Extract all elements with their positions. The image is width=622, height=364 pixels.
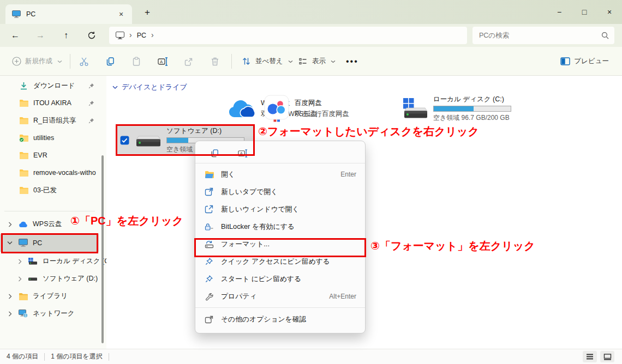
drive-icon: [28, 276, 38, 282]
chevron-right-icon[interactable]: [5, 222, 14, 227]
paste-button[interactable]: [127, 52, 146, 71]
search-icon: [601, 32, 609, 39]
up-button[interactable]: ↑: [57, 27, 75, 44]
menu-item-properties[interactable]: プロパティ Alt+Enter: [195, 288, 365, 305]
cut-button[interactable]: [74, 52, 94, 71]
sort-button-label: 並べ替え: [255, 57, 283, 66]
context-menu-quick-actions: A: [195, 143, 365, 163]
wrench-icon: [204, 293, 214, 301]
search-input[interactable]: [478, 31, 601, 40]
preview-pane-icon: [560, 57, 570, 65]
minimize-button[interactable]: −: [547, 0, 572, 24]
share-icon: [183, 56, 194, 67]
drive-tile-baidu[interactable]: 百度网盘 双击运行百度网盘: [264, 93, 397, 124]
new-button[interactable]: 新規作成: [8, 52, 67, 71]
menu-item-open-new-tab[interactable]: 新しいタブで開く: [195, 183, 365, 201]
new-tab-button[interactable]: +: [141, 6, 154, 19]
cut-icon: [79, 56, 89, 67]
forward-button[interactable]: →: [31, 27, 50, 44]
rename-button[interactable]: A: [234, 145, 252, 161]
details-view-button[interactable]: [583, 351, 597, 362]
explorer-tab[interactable]: PC ×: [5, 4, 132, 24]
sidebar-item-pc[interactable]: PC: [0, 234, 99, 252]
pin-icon: [88, 100, 94, 106]
folder-icon: [19, 151, 28, 159]
windows-drive-icon: [401, 97, 428, 120]
preview-button-label: プレビュー: [574, 57, 609, 66]
chevron-right-icon[interactable]: [15, 259, 24, 264]
menu-item-format[interactable]: フォーマット...: [195, 235, 365, 253]
sidebar-divider: [4, 211, 95, 211]
folder-icon: [19, 186, 28, 194]
large-icons-view-button[interactable]: [600, 351, 614, 362]
pin-icon: [204, 258, 214, 265]
menu-item-pin-start[interactable]: スタート にピン留めする: [195, 270, 365, 288]
cloud-icon: [18, 221, 28, 228]
maximize-button[interactable]: □: [572, 0, 597, 24]
drive-tile-c[interactable]: ローカル ディスク (C:) 空き領域 96.7 GB/200 GB: [401, 93, 548, 124]
chevron-down-icon[interactable]: [5, 241, 14, 245]
baidu-netdisk-icon: [264, 95, 290, 122]
menu-item-bitlocker[interactable]: BitLocker を有効にする: [195, 218, 365, 235]
menu-item-more-options[interactable]: その他のオプションを確認: [195, 310, 365, 329]
copy-button[interactable]: [205, 145, 224, 161]
breadcrumb-pc[interactable]: PC: [137, 32, 146, 39]
rename-icon: A: [237, 148, 248, 159]
format-drive-icon: [204, 240, 214, 248]
more-options-button[interactable]: •••: [342, 52, 363, 71]
chevron-down-icon: [288, 60, 293, 63]
paste-icon: [131, 56, 142, 67]
trash-icon: [210, 56, 220, 67]
more-options-icon: [204, 316, 214, 324]
sidebar-item-downloads[interactable]: ダウンロード: [0, 77, 99, 94]
sidebar-scrollbar[interactable]: [101, 155, 104, 343]
devices-drives-group-header[interactable]: デバイスとドライブ: [112, 82, 187, 92]
sidebar-item-network[interactable]: ネットワーク: [0, 305, 99, 323]
toolbar-divider: [231, 54, 232, 69]
search-box[interactable]: [473, 27, 614, 44]
address-bar[interactable]: › PC ›: [109, 27, 467, 44]
preview-button[interactable]: プレビュー: [556, 52, 613, 71]
sidebar-item-03[interactable]: 03-已发: [0, 181, 99, 199]
sidebar-item-remove-vocals[interactable]: remove-vocals-witho: [0, 164, 99, 181]
sidebar-item-evr[interactable]: EVR: [0, 147, 99, 164]
chevron-right-icon[interactable]: [5, 311, 14, 317]
tab-close-icon[interactable]: ×: [115, 8, 128, 21]
status-bar: 4 個の項目 1 個の項目を選択: [0, 349, 622, 364]
folder-icon: [19, 99, 28, 107]
refresh-button[interactable]: [82, 27, 101, 44]
svg-text:A: A: [160, 59, 163, 64]
share-button[interactable]: [179, 52, 199, 71]
sort-button[interactable]: 並べ替え: [237, 52, 297, 71]
network-icon: [18, 310, 28, 318]
rename-button[interactable]: A: [153, 52, 173, 71]
sort-icon: [241, 56, 252, 66]
large-icons-view-icon: [603, 354, 612, 360]
sidebar-item-itou-akira[interactable]: ITOU AKIRA: [0, 94, 99, 112]
chevron-right-icon[interactable]: [15, 276, 24, 282]
annotation-step3: ③「フォーマット」を左クリック: [370, 239, 535, 253]
pc-monitor-icon: [18, 239, 28, 247]
close-button[interactable]: ×: [597, 0, 622, 24]
chevron-right-icon[interactable]: [5, 294, 14, 299]
sidebar-item-software-d[interactable]: ソフトウェア (D:): [0, 270, 99, 288]
sidebar-item-libraries[interactable]: ライブラリ: [0, 287, 99, 305]
checkbox-checked-icon[interactable]: [120, 136, 129, 145]
view-icon: [298, 56, 308, 66]
tab-title: PC: [26, 10, 115, 18]
menu-item-open[interactable]: 開く Enter: [195, 166, 365, 183]
library-folder-icon: [18, 293, 28, 300]
sidebar-item-utilities[interactable]: utilities: [0, 129, 99, 147]
windows-drive-icon: [28, 258, 38, 265]
sidebar-item-r-share[interactable]: R_日语组共享: [0, 112, 99, 129]
sidebar-item-local-disk-c[interactable]: ローカル ディスク (C:): [0, 252, 99, 270]
menu-item-pin-quick-access[interactable]: クイック アクセスにピン留めする: [195, 253, 365, 270]
pin-icon: [88, 118, 94, 124]
back-button[interactable]: ←: [6, 27, 25, 44]
annotation-step1: ①「PC」を左クリック: [70, 214, 183, 228]
synced-folder-icon: [19, 134, 28, 142]
menu-item-open-new-window[interactable]: 新しいウィンドウで開く: [195, 201, 365, 218]
delete-button[interactable]: [205, 52, 225, 71]
view-button[interactable]: 表示: [294, 52, 340, 71]
copy-button[interactable]: [100, 52, 120, 71]
